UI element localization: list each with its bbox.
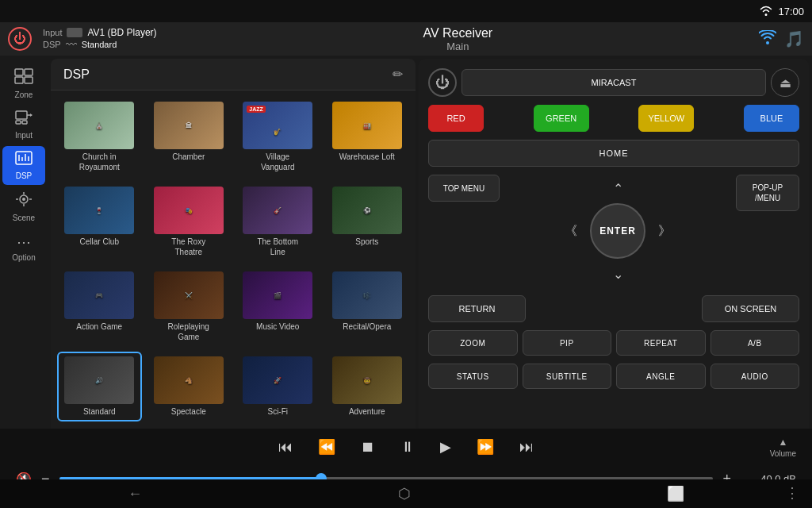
scene-label: Scene xyxy=(13,214,35,222)
enter-button[interactable]: ENTER xyxy=(590,203,645,259)
remote-row-return: RETURN ON SCREEN xyxy=(428,295,799,322)
wifi-icon xyxy=(759,5,773,18)
svg-marker-6 xyxy=(30,114,33,117)
svg-point-19 xyxy=(22,198,25,201)
zoom-button[interactable]: ZOOM xyxy=(428,330,518,356)
dsp-item-spectacle[interactable]: 🐴 Spectacle xyxy=(147,352,232,421)
dsp-item-adventure[interactable]: 🤠 Adventure xyxy=(325,352,410,421)
recents-nav-button[interactable]: ⬜ xyxy=(651,482,700,506)
input-value: AV1 (BD Player) xyxy=(87,27,156,38)
stop-button[interactable]: ⏹ xyxy=(358,436,378,459)
remote-power-button[interactable]: ⏻ xyxy=(428,68,457,97)
nav-right-button[interactable]: 》 xyxy=(647,217,682,244)
main-layout: Zone Input xyxy=(0,56,812,468)
volume-label: Volume xyxy=(770,449,796,458)
sidebar-item-dsp[interactable]: DSP xyxy=(2,146,45,185)
input-label: Input xyxy=(43,28,62,37)
rewind-button[interactable]: ⏪ xyxy=(315,435,339,459)
dsp-header: DSP ✏ xyxy=(51,59,416,90)
dsp-item-recital[interactable]: 🎼 Recital/Opera xyxy=(325,267,410,347)
home-nav-button[interactable]: ⬡ xyxy=(382,482,427,506)
home-button[interactable]: HOME xyxy=(428,140,799,167)
dsp-label-sidebar: DSP xyxy=(16,171,33,180)
subtitle-button[interactable]: SUBTITLE xyxy=(523,364,612,389)
sidebar-item-zone[interactable]: Zone xyxy=(2,64,45,104)
dsp-item-roleplaying[interactable]: ⚔️ RoleplayingGame xyxy=(147,267,232,347)
dsp-item-church[interactable]: ⛪ Church inRoyaumont xyxy=(57,97,142,177)
zone-icon xyxy=(14,68,33,88)
dsp-item-bottom[interactable]: 🎸 The BottomLine xyxy=(236,182,320,262)
dsp-item-action[interactable]: 🎮 Action Game xyxy=(57,267,142,347)
eject-button[interactable]: ⏏ xyxy=(771,68,799,97)
status-bar: 17:00 xyxy=(0,0,812,22)
remote-panel: ⏻ MIRACAST ⏏ RED GREEN YELLOW BLUE HOME … xyxy=(419,59,809,465)
yellow-button[interactable]: YELLOW xyxy=(638,105,694,132)
remote-row-status: STATUS SUBTITLE ANGLE AUDIO xyxy=(428,364,799,389)
on-screen-button[interactable]: ON SCREEN xyxy=(702,295,799,322)
dsp-item-sports[interactable]: ⚽ Sports xyxy=(325,182,410,262)
nav-down-button[interactable]: ⌄ xyxy=(600,260,635,287)
top-bar-info: Input AV1 (BD Player) DSP 〰 Standard xyxy=(43,27,157,51)
av-receiver-sub: Main xyxy=(157,40,759,52)
green-button[interactable]: GREEN xyxy=(534,105,589,132)
dsp-item-standard[interactable]: 🔊 Standard xyxy=(57,352,142,421)
playback-controls: ⏮ ⏪ ⏹ ⏸ ▶ ⏩ ⏭ ▲ Volume xyxy=(0,429,812,465)
remote-row-zoom: ZOOM PIP REPEAT A/B xyxy=(428,330,799,356)
time-display: 17:00 xyxy=(778,6,804,17)
blue-button[interactable]: BLUE xyxy=(744,105,799,132)
pip-button[interactable]: PIP xyxy=(523,330,612,356)
red-button[interactable]: RED xyxy=(428,105,484,132)
nav-left-button[interactable]: 《 xyxy=(553,217,588,244)
dsp-item-chamber[interactable]: 🏛 Chamber xyxy=(147,97,232,177)
back-nav-button[interactable]: ← xyxy=(112,483,158,506)
dsp-edit-button[interactable]: ✏ xyxy=(393,67,403,82)
zone-label: Zone xyxy=(15,90,33,99)
dsp-grid: ⛪ Church inRoyaumont 🏛 Chamber JAZZ 🎷 Vi… xyxy=(51,90,416,465)
repeat-button[interactable]: REPEAT xyxy=(616,330,706,356)
volume-up-icon[interactable]: ▲ xyxy=(778,437,787,448)
svg-rect-9 xyxy=(16,152,32,164)
miracast-button[interactable]: MIRACAST xyxy=(462,69,766,96)
pause-button[interactable]: ⏸ xyxy=(397,436,418,459)
sidebar-item-scene[interactable]: Scene xyxy=(2,187,45,227)
dsp-item-scifi[interactable]: 🚀 Sci-Fi xyxy=(236,352,320,421)
ab-button[interactable]: A/B xyxy=(710,330,800,356)
dsp-label: DSP xyxy=(43,40,61,49)
dsp-item-roxy[interactable]: 🎭 The RoxyTheatre xyxy=(147,182,232,262)
skip-back-button[interactable]: ⏮ xyxy=(275,436,296,459)
more-options-icon[interactable]: ⋮ xyxy=(785,484,799,502)
status-button[interactable]: STATUS xyxy=(428,364,518,389)
return-button[interactable]: RETURN xyxy=(428,295,526,322)
input-sidebar-icon xyxy=(15,110,33,129)
fast-forward-button[interactable]: ⏩ xyxy=(473,435,497,459)
svg-rect-7 xyxy=(16,121,21,124)
wifi-signal-icon xyxy=(759,30,776,48)
dsp-sidebar-icon xyxy=(15,151,33,169)
volume-control-area: ▲ Volume xyxy=(770,437,796,458)
remote-row-colors: RED GREEN YELLOW BLUE xyxy=(428,105,799,132)
left-sidebar: Zone Input xyxy=(0,56,48,468)
sidebar-item-input[interactable]: Input xyxy=(2,106,45,144)
input-icon xyxy=(67,28,82,37)
dsp-item-cellar[interactable]: 🍷 Cellar Club xyxy=(57,182,142,262)
popup-menu-button[interactable]: POP-UP /MENU xyxy=(736,175,799,211)
top-menu-button[interactable]: TOP MENU xyxy=(428,175,500,202)
nav-up-button[interactable]: ⌃ xyxy=(600,175,635,202)
audio-icon: 🎵 xyxy=(784,29,804,48)
svg-rect-2 xyxy=(15,77,23,83)
scene-icon xyxy=(15,191,33,211)
play-button[interactable]: ▶ xyxy=(437,435,454,459)
angle-button[interactable]: ANGLE xyxy=(616,364,706,389)
top-bar: ⏻ Input AV1 (BD Player) DSP 〰 Standard A… xyxy=(0,22,812,56)
dsp-item-warehouse[interactable]: 🏭 Warehouse Loft xyxy=(325,97,410,177)
dsp-item-village[interactable]: JAZZ 🎷 VillageVanguard xyxy=(236,97,320,177)
remote-row-home: HOME xyxy=(428,140,799,167)
skip-forward-button[interactable]: ⏭ xyxy=(516,436,537,459)
option-icon: ⋯ xyxy=(17,233,31,251)
sidebar-item-option[interactable]: ⋯ Option xyxy=(2,229,45,267)
dsp-item-musicvideo[interactable]: 🎬 Music Video xyxy=(236,267,320,347)
power-button[interactable]: ⏻ xyxy=(8,27,32,51)
audio-button[interactable]: AUDIO xyxy=(710,364,800,389)
top-right: 🎵 xyxy=(759,29,804,48)
input-label-sidebar: Input xyxy=(15,131,33,140)
